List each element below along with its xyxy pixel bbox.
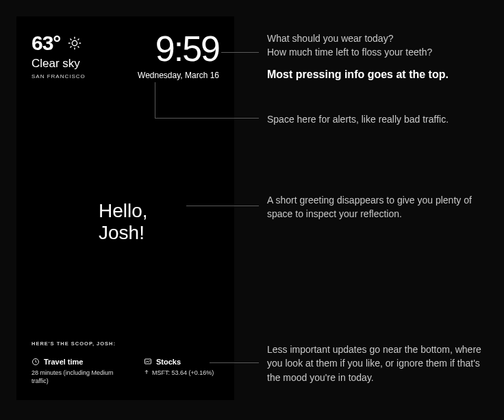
callout-line [186,206,259,206]
annotation-line: How much time left to floss your teeth? [267,45,486,59]
clock-block: 9:59 Wednesday, March 16 [138,33,219,80]
svg-line-8 [78,38,79,40]
sun-icon [67,36,82,51]
annotation-line: What should you wear today? [267,32,486,45]
svg-line-6 [78,47,79,48]
svg-point-0 [73,40,77,45]
annotation-alerts: Space here for alerts, like really bad t… [267,112,486,126]
stocks-title: Stocks [156,358,181,366]
callout-line [210,362,259,363]
clock-date: Wednesday, March 16 [138,71,219,80]
annotation-greeting: A short greeting disappears to give you … [267,193,486,221]
weather-block: 63° [32,33,86,79]
chart-icon [144,358,152,366]
svg-line-5 [71,38,72,40]
travel-body: 28 minutes (including Medium traffic) [32,369,121,385]
clock-icon [32,358,40,366]
travel-title: Travel time [44,358,83,366]
clock-time: 9:59 [138,33,219,65]
weather-condition: Clear sky [32,58,86,71]
annotation-summary: Most pressing info goes at the top. [267,66,486,82]
scoop-label: HERE'S THE SCOOP, JOSH: [32,341,116,347]
temperature: 63° [32,33,60,53]
travel-widget: Travel time 28 minutes (including Medium… [32,358,121,385]
callout-line [155,82,155,118]
arrow-up-icon [144,369,149,377]
greeting-line1: Hello, [99,200,148,222]
callout-line [221,52,259,53]
annotation-top: What should you wear today? How much tim… [267,32,486,82]
greeting-line2: Josh! [99,222,148,244]
mirror-panel: 63° [16,16,234,400]
greeting: Hello, Josh! [99,200,148,244]
annotation-bottom: Less important updates go near the botto… [267,343,486,384]
svg-line-7 [71,47,72,48]
stocks-body: MSFT: 53.64 (+0.16%) [144,369,219,377]
stocks-widget: Stocks MSFT: 53.64 (+0.16%) [144,358,219,385]
weather-location: SAN FRANCISCO [32,73,86,79]
callout-line [155,118,259,119]
